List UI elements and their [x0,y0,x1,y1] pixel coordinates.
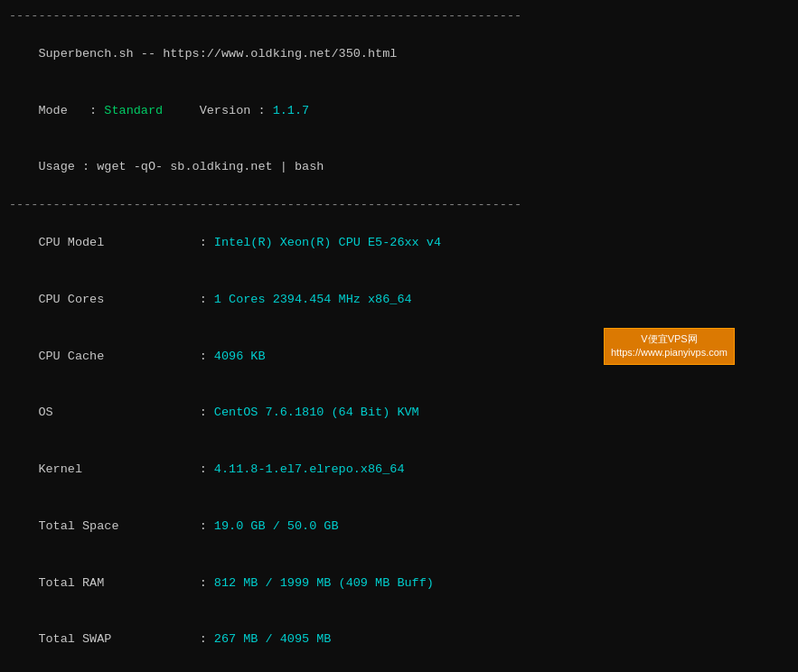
total-space-value: 19.0 GB / 50.0 GB [214,519,339,533]
kernel-value: 4.11.8-1.el7.elrepo.x86_64 [214,462,405,476]
cpu-cache-label: CPU Cache : [38,350,213,363]
total-ram-row: Total RAM : 812 MB / 1999 MB (409 MB Buf… [9,555,789,612]
os-row: OS : CentOS 7.6.1810 (64 Bit) KVM [9,385,789,442]
version-sep: Version : [163,104,273,117]
cpu-model-row: CPU Model : Intel(R) Xeon(R) CPU E5-26xx… [9,215,789,272]
total-ram-label: Total RAM : [38,576,213,590]
uptime-row: Uptime : 521 days 5 hour 24 min [9,668,789,672]
cpu-cores-value: 1 Cores 2394.454 MHz x86_64 [214,293,412,306]
divider-1: ----------------------------------------… [9,196,789,215]
header-title: Superbench.sh -- https://www.oldking.net… [38,47,397,61]
total-space-label: Total Space : [38,519,213,533]
terminal-window: ----------------------------------------… [9,7,789,672]
os-value: CentOS 7.6.1810 (64 Bit) KVM [214,406,419,419]
watermark-line2: https://www.pianyivps.com [611,346,728,359]
mode-label: Mode : [38,104,104,117]
version-value: 1.1.7 [273,104,310,117]
watermark-line1: V便宜VPS网 [611,332,728,346]
total-ram-value: 812 MB / 1999 MB (409 MB Buff) [214,576,434,590]
kernel-row: Kernel : 4.11.8-1.el7.elrepo.x86_64 [9,442,789,499]
total-swap-label: Total SWAP : [38,632,213,646]
divider-top: ----------------------------------------… [9,7,789,26]
cpu-cache-value: 4096 KB [214,350,266,363]
cpu-cores-row: CPU Cores : 1 Cores 2394.454 MHz x86_64 [9,272,789,329]
cpu-cores-label: CPU Cores : [38,293,213,306]
mode-value: Standard [104,104,163,117]
kernel-label: Kernel : [38,462,213,476]
total-space-row: Total Space : 19.0 GB / 50.0 GB [9,499,789,555]
total-swap-value: 267 MB / 4095 MB [214,632,332,646]
cpu-model-value: Intel(R) Xeon(R) CPU E5-26xx v4 [214,236,441,249]
header-line2: Mode : Standard Version : 1.1.7 [9,83,789,140]
total-swap-row: Total SWAP : 267 MB / 4095 MB [9,612,789,669]
cpu-model-label: CPU Model : [38,236,213,249]
usage-text: Usage : wget -qO- sb.oldking.net | bash [38,160,324,173]
header-line1: Superbench.sh -- https://www.oldking.net… [9,26,789,83]
watermark: V便宜VPS网 https://www.pianyivps.com [604,328,735,365]
os-label: OS : [38,406,213,419]
header-line3: Usage : wget -qO- sb.oldking.net | bash [9,139,789,196]
